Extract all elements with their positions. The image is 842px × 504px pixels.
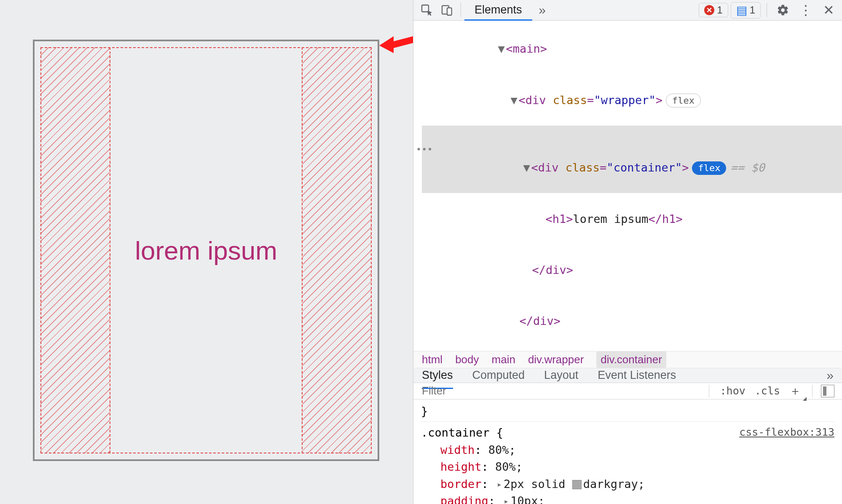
- error-icon: ✕: [704, 5, 714, 15]
- message-count: 1: [750, 4, 755, 16]
- flex-badge-outline[interactable]: flex: [666, 94, 701, 108]
- dom-node-wrapper[interactable]: ▼<div class="wrapper">flex: [422, 74, 842, 125]
- separator: [812, 385, 813, 397]
- decl-padding[interactable]: padding: ▸10px;: [421, 493, 834, 504]
- devtools-toolbar: Elements » ✕ 1 ▤ 1 ⋮ ✕: [413, 0, 842, 21]
- toggle-hov[interactable]: :hov: [718, 385, 748, 397]
- devtools-panel: Elements » ✕ 1 ▤ 1 ⋮ ✕ ▼<main> ▼<div cla…: [413, 0, 842, 504]
- crumb-html[interactable]: html: [422, 353, 442, 366]
- selection-suffix: == $0: [730, 161, 764, 174]
- subtab-computed[interactable]: Computed: [472, 369, 525, 382]
- tab-elements[interactable]: Elements: [464, 0, 532, 21]
- crumb-main[interactable]: main: [492, 353, 515, 366]
- dom-node-container[interactable]: ••• ▼<div class="container">flex== $0: [422, 126, 842, 193]
- toggle-icon[interactable]: ▼: [522, 159, 531, 176]
- kebab-menu-icon[interactable]: ⋮: [796, 0, 816, 20]
- flex-gap-left-overlay: [40, 47, 110, 453]
- styles-filter-bar: :hov .cls ＋: [413, 383, 842, 399]
- toolbar-separator: [767, 3, 767, 17]
- message-icon: ▤: [736, 3, 747, 17]
- message-counter[interactable]: ▤ 1: [731, 2, 761, 19]
- rule-close-brace: }: [421, 403, 834, 420]
- demo-heading: lorem ipsum: [135, 236, 277, 265]
- dom-node-h1[interactable]: <h1>lorem ipsum</h1>: [422, 193, 842, 244]
- settings-gear-icon[interactable]: [773, 0, 793, 20]
- toggle-cls[interactable]: .cls: [752, 385, 783, 397]
- toggle-sidebar-icon[interactable]: [821, 385, 834, 397]
- error-count: 1: [717, 4, 722, 16]
- color-swatch[interactable]: [572, 480, 582, 489]
- dom-tree[interactable]: ▼<main> ▼<div class="wrapper">flex ••• ▼…: [413, 21, 842, 351]
- new-style-rule-button[interactable]: ＋: [787, 383, 804, 399]
- dom-node-main[interactable]: ▼<main>: [422, 23, 842, 74]
- flex-badge-solid[interactable]: flex: [692, 161, 726, 175]
- crumb-container[interactable]: div.container: [596, 351, 666, 368]
- styles-pane: } css-flexbox:313 .container { width: 80…: [413, 399, 842, 504]
- demo-container: lorem ipsum: [33, 40, 379, 461]
- toggle-icon[interactable]: ▼: [509, 92, 519, 108]
- rule-origin-link[interactable]: css-flexbox:313: [739, 424, 834, 440]
- row-actions-icon[interactable]: •••: [416, 143, 433, 156]
- toolbar-separator: [461, 3, 461, 17]
- decl-height[interactable]: height: 80%;: [421, 458, 834, 476]
- breadcrumb: html body main div.wrapper div.container: [413, 351, 842, 368]
- expand-icon[interactable]: ▸: [497, 478, 502, 491]
- decl-border[interactable]: border: ▸2px solid darkgray;: [421, 476, 834, 493]
- crumb-wrapper[interactable]: div.wrapper: [528, 353, 584, 366]
- style-rule-container[interactable]: css-flexbox:313 .container { width: 80%;…: [421, 421, 834, 504]
- subtab-event-listeners[interactable]: Event Listeners: [598, 369, 676, 382]
- inspect-icon[interactable]: [417, 0, 437, 20]
- error-counter[interactable]: ✕ 1: [699, 3, 728, 17]
- crumb-body[interactable]: body: [455, 353, 479, 366]
- dom-node-div-close[interactable]: </div>: [422, 295, 842, 346]
- device-toggle-icon[interactable]: [437, 0, 457, 20]
- styles-subtabs: Styles Computed Layout Event Listeners »: [413, 368, 842, 383]
- decl-width[interactable]: width: 80%;: [421, 442, 834, 459]
- svg-rect-4: [447, 8, 452, 15]
- separator: [709, 385, 709, 397]
- expand-icon[interactable]: ▸: [504, 495, 509, 504]
- more-tabs-chevron-icon[interactable]: »: [532, 0, 552, 20]
- subtab-layout[interactable]: Layout: [544, 369, 578, 382]
- rule-selector[interactable]: .container: [421, 426, 496, 439]
- flex-gap-right-overlay: [302, 47, 372, 453]
- rendered-page: lorem ipsum: [0, 0, 413, 504]
- styles-filter-input[interactable]: [421, 384, 700, 398]
- close-icon[interactable]: ✕: [818, 0, 839, 20]
- more-subtabs-chevron-icon[interactable]: »: [826, 368, 834, 383]
- dom-node-div-close[interactable]: </div>: [422, 244, 842, 295]
- toggle-icon[interactable]: ▼: [497, 40, 506, 57]
